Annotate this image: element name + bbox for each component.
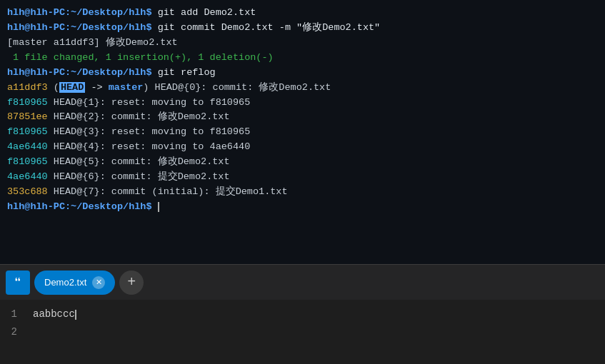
tab-app-icon: ❝: [6, 271, 30, 295]
editor-cursor: [75, 310, 76, 320]
hash: 87851ee: [7, 111, 48, 122]
terminal-line: 4ae6440 HEAD@{4}: reset: moving to 4ae64…: [7, 140, 598, 155]
git-output: (: [48, 82, 59, 93]
terminal-line: hlh@hlh-PC:~/Desktop/hlh$ git commit Dem…: [7, 21, 598, 36]
git-output: HEAD@{4}: reset: moving to 4ae6440: [48, 141, 251, 152]
hash: f810965: [7, 97, 48, 108]
quote-icon: ❝: [14, 275, 22, 290]
tab-add-button[interactable]: +: [119, 271, 144, 295]
tabbar: ❝ Demo2.txt ✕ +: [0, 264, 605, 300]
hash: f810965: [7, 126, 48, 137]
line-numbers: 1 2: [0, 300, 26, 364]
terminal: hlh@hlh-PC:~/Desktop/hlh$ git add Demo2.…: [0, 0, 605, 264]
prompt: hlh@hlh-PC:~/Desktop/hlh$: [7, 7, 152, 18]
git-output: HEAD@{5}: commit: 修改Demo2.txt: [48, 156, 230, 167]
terminal-cursor: [158, 202, 159, 212]
terminal-line: 4ae6440 HEAD@{6}: commit: 提交Demo2.txt: [7, 170, 598, 185]
editor-line-2: [33, 323, 598, 341]
cmd-text: git reflog: [152, 67, 216, 78]
terminal-line: 87851ee HEAD@{2}: commit: 修改Demo2.txt: [7, 110, 598, 125]
hash: 4ae6440: [7, 141, 48, 152]
terminal-line: 1 file changed, 1 insertion(+), 1 deleti…: [7, 51, 598, 66]
tab-label: Demo2.txt: [44, 277, 86, 288]
prompt: hlh@hlh-PC:~/Desktop/hlh$: [7, 67, 152, 78]
tab-item-demo2[interactable]: Demo2.txt ✕: [34, 271, 115, 295]
terminal-line: hlh@hlh-PC:~/Desktop/hlh$: [7, 200, 598, 215]
master-label: master: [109, 82, 144, 93]
cmd-text: git add Demo2.txt: [152, 7, 256, 18]
git-output: HEAD@{1}: reset: moving to f810965: [48, 97, 251, 108]
prompt: hlh@hlh-PC:~/Desktop/hlh$: [7, 201, 152, 212]
terminal-line: f810965 HEAD@{1}: reset: moving to f8109…: [7, 96, 598, 111]
hash: 353c688: [7, 186, 48, 197]
git-output: HEAD@{2}: commit: 修改Demo2.txt: [48, 111, 230, 122]
terminal-line: f810965 HEAD@{3}: reset: moving to f8109…: [7, 125, 598, 140]
line-number-2: 2: [6, 323, 17, 341]
git-output: HEAD@{6}: commit: 提交Demo2.txt: [48, 171, 230, 182]
editor-line-1: aabbccc: [33, 305, 598, 323]
cmd-text: git commit Demo2.txt -m "修改Demo2.txt": [152, 22, 381, 33]
hash: 4ae6440: [7, 171, 48, 182]
terminal-line: f810965 HEAD@{5}: commit: 修改Demo2.txt: [7, 155, 598, 170]
hash: f810965: [7, 156, 48, 167]
cmd-text: [152, 201, 158, 212]
plus-icon: +: [127, 274, 136, 290]
git-output-green: 1 file changed, 1 insertion(+), 1 deleti…: [7, 52, 274, 63]
git-output: ) HEAD@{0}: commit: 修改Demo2.txt: [143, 82, 331, 93]
terminal-line: [master a11ddf3] 修改Demo2.txt: [7, 36, 598, 51]
git-output: HEAD@{7}: commit (initial): 提交Demo1.txt: [48, 186, 288, 197]
editor-text: aabbccc: [33, 308, 75, 320]
head-label: HEAD: [59, 82, 85, 93]
tab-close-button[interactable]: ✕: [92, 276, 105, 289]
git-output: [master a11ddf3] 修改Demo2.txt: [7, 37, 178, 48]
terminal-line: a11ddf3 (HEAD -> master) HEAD@{0}: commi…: [7, 81, 598, 96]
terminal-line: 353c688 HEAD@{7}: commit (initial): 提交De…: [7, 185, 598, 200]
prompt: hlh@hlh-PC:~/Desktop/hlh$: [7, 22, 152, 33]
arrow: ->: [85, 82, 108, 93]
line-number-1: 1: [6, 305, 17, 323]
hash: a11ddf3: [7, 82, 48, 93]
editor-content[interactable]: aabbccc: [26, 300, 605, 364]
editor: 1 2 aabbccc: [0, 300, 605, 364]
git-output: HEAD@{3}: reset: moving to f810965: [48, 126, 251, 137]
terminal-line: hlh@hlh-PC:~/Desktop/hlh$ git add Demo2.…: [7, 6, 598, 21]
terminal-line: hlh@hlh-PC:~/Desktop/hlh$ git reflog: [7, 66, 598, 81]
